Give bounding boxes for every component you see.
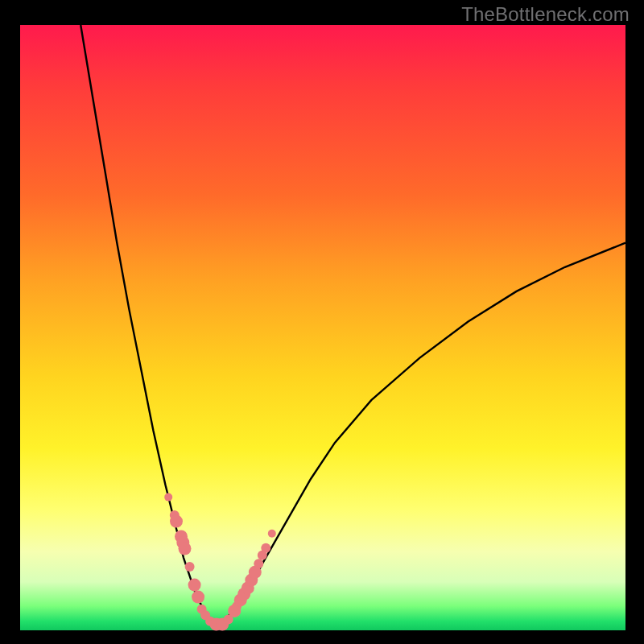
marker-dot [192,591,204,604]
marker-dot [254,559,263,568]
marker-dot [261,543,270,553]
marker-dot [164,493,172,502]
marker-dot [170,515,183,528]
marker-dot [179,543,192,555]
curve-right-branch [214,243,625,625]
marker-dot [268,530,276,538]
chart-svg [20,25,625,630]
marker-dot [188,579,201,592]
curve-left-branch [80,25,213,625]
watermark-text: TheBottleneck.com [461,3,630,26]
chart-frame: TheBottleneck.com [0,0,644,644]
marker-dot [185,562,195,572]
curve-markers [164,493,276,631]
